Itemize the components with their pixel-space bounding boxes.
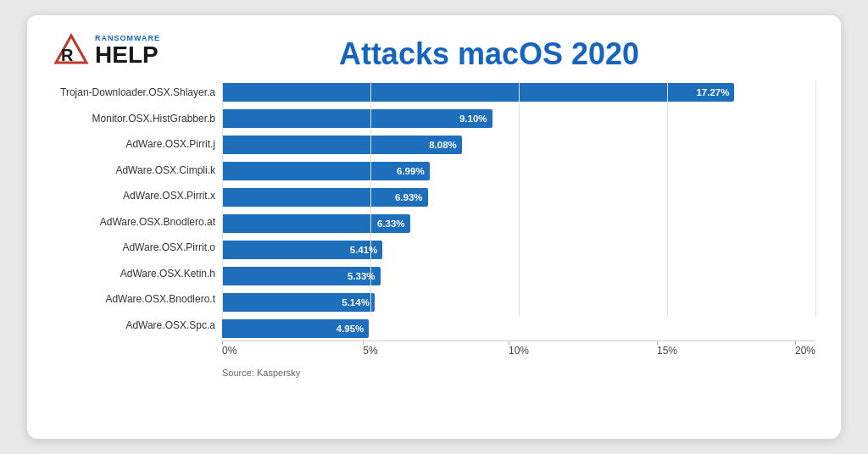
header: R RANSOMWARE HELP Attacks macOS 2020 (53, 32, 815, 72)
bar: 5.14% (222, 293, 375, 312)
chart-area: Trojan-Downloader.OSX.Shlayer.aMonitor.O… (53, 80, 815, 361)
bar-value: 5.41% (350, 245, 378, 255)
bar-value: 6.99% (397, 166, 425, 176)
bar: 6.33% (222, 214, 410, 233)
x-tick: 0% (222, 345, 236, 357)
bar: 4.95% (222, 319, 369, 338)
x-axis: 0%5%10%15%20% (222, 340, 815, 361)
bar-row: 5.33% (222, 264, 815, 288)
bar: 17.27% (222, 83, 734, 102)
y-axis-labels: Trojan-Downloader.OSX.Shlayer.aMonitor.O… (53, 80, 222, 361)
x-tick: 15% (657, 345, 677, 357)
logo-text: RANSOMWARE HELP (95, 35, 160, 67)
y-label: AdWare.OSX.Bnodlero.t (53, 287, 215, 311)
bar: 8.08% (222, 136, 462, 154)
x-tick: 10% (509, 345, 529, 357)
logo-help-label: HELP (95, 43, 160, 67)
bar-row: 9.10% (222, 107, 815, 130)
y-label: AdWare.OSX.Bnodlero.at (53, 210, 215, 234)
bar-value: 8.08% (429, 140, 457, 150)
bars-area: 17.27%9.10%8.08%6.99%6.93%6.33%5.41%5.33… (222, 80, 815, 361)
main-card: R RANSOMWARE HELP Attacks macOS 2020 Tro… (27, 15, 841, 439)
logo-box: R RANSOMWARE HELP (53, 32, 160, 69)
bar-value: 9.10% (459, 114, 487, 124)
bar-value: 6.33% (377, 219, 405, 229)
bar-row: 6.93% (222, 185, 815, 209)
y-label: Trojan-Downloader.OSX.Shlayer.a (53, 80, 215, 104)
y-label: AdWare.OSX.Spc.a (53, 313, 215, 337)
bar-row: 6.33% (222, 212, 815, 235)
chart-title: Attacks macOS 2020 (163, 32, 815, 72)
grid-line (815, 80, 816, 317)
y-label: AdWare.OSX.Ketin.h (53, 262, 215, 285)
bars-container: 17.27%9.10%8.08%6.99%6.93%6.33%5.41%5.33… (222, 80, 815, 340)
bar-row: 5.41% (222, 238, 815, 262)
x-tick: 20% (795, 345, 815, 357)
source-text: Source: Kaspersky (53, 368, 815, 378)
x-tick: 5% (363, 345, 377, 357)
y-label: AdWare.OSX.Pirrit.x (53, 184, 215, 208)
bar-row: 8.08% (222, 133, 815, 157)
bar: 6.99% (222, 162, 430, 180)
y-label: AdWare.OSX.Pirrit.j (53, 132, 215, 156)
bar-value: 6.93% (395, 192, 423, 202)
y-label: Monitor.OSX.HistGrabber.b (53, 107, 215, 130)
svg-text:R: R (61, 46, 74, 64)
bar-row: 4.95% (222, 317, 815, 340)
bar-row: 5.14% (222, 291, 815, 314)
bar-value: 5.14% (342, 297, 370, 307)
bar: 5.41% (222, 241, 382, 259)
logo-icon: R (53, 32, 90, 69)
y-label: AdWare.OSX.Pirrit.o (53, 235, 215, 259)
y-label: AdWare.OSX.Cimpli.k (53, 158, 215, 182)
bar-value: 5.33% (348, 271, 376, 281)
bar-value: 17.27% (696, 87, 729, 97)
bar: 5.33% (222, 267, 381, 285)
logo-area: R RANSOMWARE HELP (53, 32, 163, 69)
bar-row: 17.27% (222, 80, 815, 104)
bar: 6.93% (222, 188, 428, 207)
bar-value: 4.95% (337, 324, 364, 334)
bar-row: 6.99% (222, 159, 815, 183)
bar: 9.10% (222, 109, 492, 128)
